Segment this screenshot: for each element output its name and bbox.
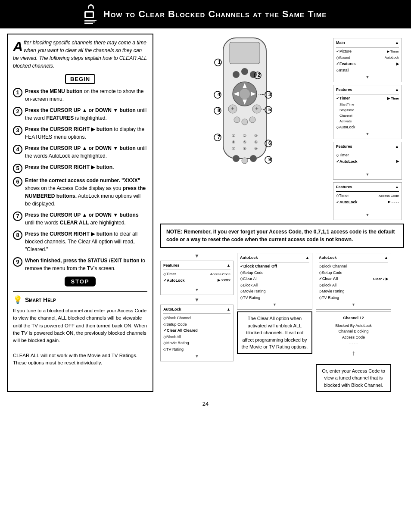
channel-text: - - - -: [320, 340, 387, 346]
menu-item-features: ✓Features▶: [336, 61, 399, 68]
step-text-9: When finished, press the STATUS /EXIT bu…: [25, 257, 147, 272]
instructions-column: A fter blocking specific channels there …: [7, 34, 153, 392]
svg-point-4: [250, 71, 257, 78]
step-num-7: 7: [13, 212, 22, 221]
arrow-down: ▼: [336, 172, 399, 178]
caption-left-text: The Clear All option when activated will…: [242, 316, 308, 349]
svg-text:⑤: ⑤: [243, 140, 246, 144]
caption-bottom-left: The Clear All option when activated will…: [237, 311, 312, 354]
menu-item: ✓Timer▶ Time: [336, 96, 399, 102]
svg-text:⑥: ⑥: [254, 140, 258, 144]
begin-badge: BEGIN: [13, 74, 147, 84]
menu-item: ✓Clear All Cleared: [163, 328, 230, 334]
channel-title: Channel 12: [320, 315, 387, 321]
svg-text:①: ①: [232, 134, 235, 138]
svg-point-3: [241, 68, 248, 75]
step-text-7: Press the CURSOR UP ▲ or DOWN ▼ buttons …: [25, 211, 147, 227]
step-text-1: Press the MENU button on the remote to s…: [25, 87, 147, 103]
step-num-9: 9: [13, 257, 22, 267]
screen-access-code: Features▲ ◇TimerAccess Code ✓AutoLock▶ -…: [333, 182, 402, 220]
step-num-5: 5: [13, 164, 22, 173]
step-7: 7 Press the CURSOR UP ▲ or DOWN ▼ button…: [13, 211, 147, 227]
step-num-6: 6: [13, 177, 22, 187]
svg-text:+: +: [230, 105, 234, 112]
step-4: 4 Press the CURSOR UP ▲ or DOWN ▼ button…: [13, 144, 147, 160]
screen-autolock-menu: AutoLock▲ ✓Block Channel Off ◇Setup Code…: [237, 253, 312, 310]
svg-text:④: ④: [232, 140, 235, 144]
step-num-8: 8: [13, 230, 22, 240]
svg-point-29: [250, 155, 257, 162]
note-text: NOTE: Remember, if you ever forget your …: [166, 229, 395, 243]
lock-shackle: [88, 4, 94, 9]
arrow-down: ▼: [336, 212, 399, 218]
menu-item: ◇TV Rating: [163, 346, 230, 353]
channel-text: Access Code: [320, 335, 387, 341]
menu-item: ◇Clear All: [240, 276, 309, 283]
intro-text: fter blocking specific channels there ma…: [13, 40, 147, 69]
step-num-4: 4: [13, 145, 22, 154]
menu-item: ◇Movie Rating: [240, 289, 309, 295]
step-1: 1 Press the MENU button on the remote to…: [13, 87, 147, 103]
screen-title-features: Features▲: [336, 87, 399, 94]
svg-text:⑨: ⑨: [254, 146, 258, 151]
screen-autolock-xxxx: Features▲ ◇TimerAccess Code ✓AutoLock▶ X…: [160, 261, 234, 295]
menu-item: ◇Timer: [336, 152, 399, 159]
drop-cap: A: [13, 40, 23, 53]
step-text-4: Press the CURSOR UP ▲ or DOWN ▼ button u…: [25, 144, 147, 160]
svg-rect-1: [230, 42, 260, 64]
menu-item: ◇Setup Code: [240, 270, 309, 276]
menu-item: ◇Block All: [240, 282, 309, 289]
step-8: 8 Press the CURSOR RIGHT ▶ button to cle…: [13, 230, 147, 253]
visual-column: + + ① ② ③ ④ ⑤ ⑥ ⑦ ⑧ ⑨: [153, 34, 404, 392]
step-3: 3 Press the CURSOR RIGHT ▶ button to dis…: [13, 125, 147, 141]
arrow-down: ▼: [163, 354, 230, 360]
svg-point-28: [242, 158, 248, 164]
menu-item: ◇TimerAccess Code: [336, 193, 399, 199]
step-text-6: Enter the correct access code number. "X…: [25, 177, 147, 208]
stop-label: STOP: [65, 277, 95, 286]
screen-autolock-cleared: AutoLock▲ ◇Block Channel ◇Setup Code ✓Cl…: [160, 305, 234, 361]
arrow-down: ▼: [163, 287, 230, 293]
lock-body: [84, 11, 94, 18]
remote-area: + + ① ② ③ ④ ⑤ ⑥ ⑦ ⑧ ⑨: [160, 34, 329, 197]
menu-item: Channel: [336, 113, 399, 118]
menu-item: ◇Movie Rating: [163, 340, 230, 347]
caption-bottom-right: Or, enter your Access Code to view a tun…: [316, 364, 391, 392]
step-text-2: Press the CURSOR UP ▲ or DOWN ▼ button u…: [25, 106, 147, 122]
menu-item: ◇Movie Rating: [319, 289, 388, 295]
caption-right-text: Or, enter your Access Code to view a tun…: [322, 368, 385, 388]
menu-item: ◇Block Channel: [319, 264, 388, 270]
channel-text: Channel Blocking: [320, 329, 387, 335]
svg-point-27: [233, 155, 240, 162]
screen-main-menu: Main▲ ✓Picture▶ Timer ◇SoundAutoLock ✓Fe…: [333, 38, 402, 82]
smart-help-label: Smart Help: [25, 296, 56, 303]
main-content: A fter blocking specific channels there …: [0, 28, 411, 397]
arrow-up-indicator: ↑: [320, 348, 387, 358]
begin-label: BEGIN: [65, 74, 95, 84]
svg-text:⑧: ⑧: [243, 146, 246, 151]
menu-item: ✓Clear AllClear 7 ▶: [319, 276, 388, 283]
menu-item: ◇Install: [336, 67, 399, 74]
channel-text: Blocked By AutoLock: [320, 323, 387, 329]
step-num-2: 2: [13, 107, 22, 116]
screen-title-main: Main▲: [336, 40, 399, 47]
smart-help-title: 💡 Smart Help: [13, 295, 147, 305]
step-text-8: Press the CURSOR RIGHT ▶ button to clear…: [25, 230, 147, 253]
arrow-down: ▼: [336, 131, 399, 137]
svg-text:+: +: [255, 105, 258, 112]
stop-badge: STOP: [13, 277, 147, 286]
note-box: NOTE: Remember, if you ever forget your …: [160, 224, 404, 248]
step-text-5: Press the CURSOR RIGHT ▶ button.: [25, 163, 147, 171]
screen-title: AutoLock▲: [163, 307, 230, 314]
screen-title-features3: Features▲: [336, 184, 399, 192]
smart-help-text: If you tune to a blocked channel and ent…: [13, 307, 147, 367]
screen-features-autolock: Features▲ ◇Timer ✓AutoLock▶ ▼: [333, 142, 402, 180]
menu-item: ◇SoundAutoLock: [336, 55, 399, 61]
menu-item: ✓AutoLock▶ XXXX: [163, 277, 230, 284]
page-title: How to Clear Blocked Channels at the Sam…: [103, 9, 327, 20]
lock-icon: [84, 4, 97, 24]
intro-paragraph: A fter blocking specific channels there …: [13, 39, 147, 70]
svg-point-15: [234, 117, 240, 123]
arrow-down: ▼: [319, 302, 388, 308]
menu-item-autolock2: ✓AutoLock▶ - - - -: [336, 199, 399, 205]
